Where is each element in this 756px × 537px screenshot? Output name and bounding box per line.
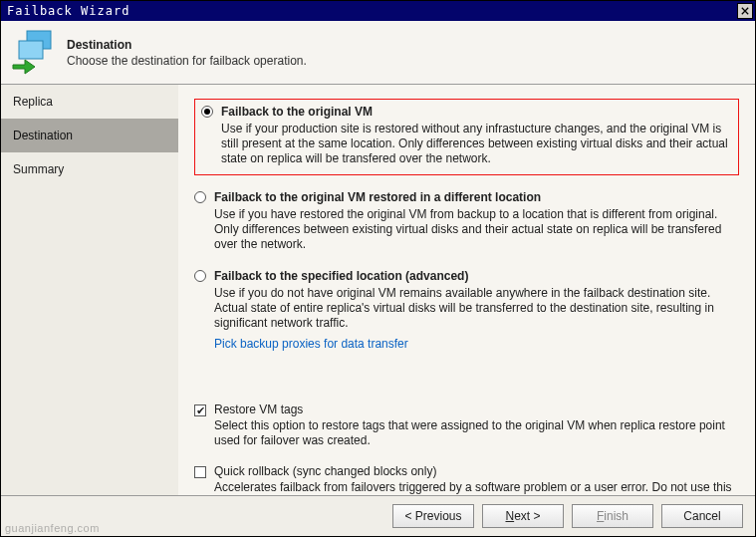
option-different-location[interactable]: Failback to the original VM restored in … xyxy=(194,189,739,252)
radio-original-vm[interactable] xyxy=(201,106,213,118)
option-content: Failback to the original VM restored in … xyxy=(214,189,739,252)
wizard-window: Failback Wizard Destination Choose the d… xyxy=(0,0,756,537)
wizard-body: Replica Destination Summary Failback to … xyxy=(1,85,755,495)
svg-rect-1 xyxy=(19,41,43,59)
next-button[interactable]: Next > xyxy=(482,504,564,528)
titlebar: Failback Wizard xyxy=(1,1,755,21)
checkbox-restore-tags[interactable] xyxy=(194,404,206,416)
option-content: Failback to the original VM Use if your … xyxy=(221,104,732,166)
page-subtitle: Choose the destination for failback oper… xyxy=(67,54,307,68)
window-title: Failback Wizard xyxy=(7,4,129,18)
previous-button[interactable]: < Previous xyxy=(392,504,474,528)
option-content: Restore VM tags Select this option to re… xyxy=(214,403,739,448)
sidebar-item-label: Destination xyxy=(13,129,73,142)
sidebar-item-destination[interactable]: Destination xyxy=(1,119,178,152)
wizard-footer: < Previous Next > Finish Cancel xyxy=(1,495,755,536)
option-description: Select this option to restore tags that … xyxy=(214,418,739,448)
cancel-button[interactable]: Cancel xyxy=(661,504,743,528)
option-title: Quick rollback (sync changed blocks only… xyxy=(214,464,739,478)
wizard-header: Destination Choose the destination for f… xyxy=(1,21,755,85)
checkbox-quick-rollback-row[interactable]: Quick rollback (sync changed blocks only… xyxy=(194,464,739,495)
option-content: Failback to the specified location (adva… xyxy=(214,268,739,331)
sidebar-item-label: Summary xyxy=(13,162,64,176)
sidebar-item-label: Replica xyxy=(13,95,53,109)
sidebar-item-summary[interactable]: Summary xyxy=(1,152,178,186)
radio-different-location[interactable] xyxy=(194,191,206,203)
pick-proxies-link[interactable]: Pick backup proxies for data transfer xyxy=(214,337,408,351)
sidebar: Replica Destination Summary xyxy=(1,85,178,495)
option-description: Use if you have restored the original VM… xyxy=(214,207,739,252)
option-description: Use if your production site is restored … xyxy=(221,122,732,166)
close-button[interactable] xyxy=(737,3,753,19)
selected-option-highlight: Failback to the original VM Use if your … xyxy=(194,99,739,175)
header-text: Destination Choose the destination for f… xyxy=(67,38,307,68)
destination-icon xyxy=(11,27,59,78)
radio-specified-location[interactable] xyxy=(194,270,206,282)
button-label: < Previous xyxy=(404,509,461,523)
checkbox-restore-tags-row[interactable]: Restore VM tags Select this option to re… xyxy=(194,403,739,448)
button-label: Next > xyxy=(505,509,540,523)
close-icon xyxy=(741,4,749,18)
page-title: Destination xyxy=(67,38,307,52)
option-title: Failback to the original VM xyxy=(221,104,732,120)
button-label: Cancel xyxy=(683,509,720,523)
option-original-vm[interactable]: Failback to the original VM Use if your … xyxy=(201,104,732,166)
watermark: guanjianfeng.com xyxy=(5,522,100,534)
option-title: Restore VM tags xyxy=(214,403,739,416)
finish-button[interactable]: Finish xyxy=(572,504,653,528)
option-specified-location[interactable]: Failback to the specified location (adva… xyxy=(194,268,739,331)
option-content: Quick rollback (sync changed blocks only… xyxy=(214,464,739,495)
option-description: Use if you do not have original VM remai… xyxy=(214,286,739,331)
sidebar-item-replica[interactable]: Replica xyxy=(1,85,178,119)
content-panel: Failback to the original VM Use if your … xyxy=(178,85,755,495)
button-label: Finish xyxy=(597,509,629,523)
checkbox-quick-rollback[interactable] xyxy=(194,466,206,478)
option-title: Failback to the original VM restored in … xyxy=(214,189,739,205)
option-title: Failback to the specified location (adva… xyxy=(214,268,739,284)
option-description: Accelerates failback from failovers trig… xyxy=(214,480,739,495)
